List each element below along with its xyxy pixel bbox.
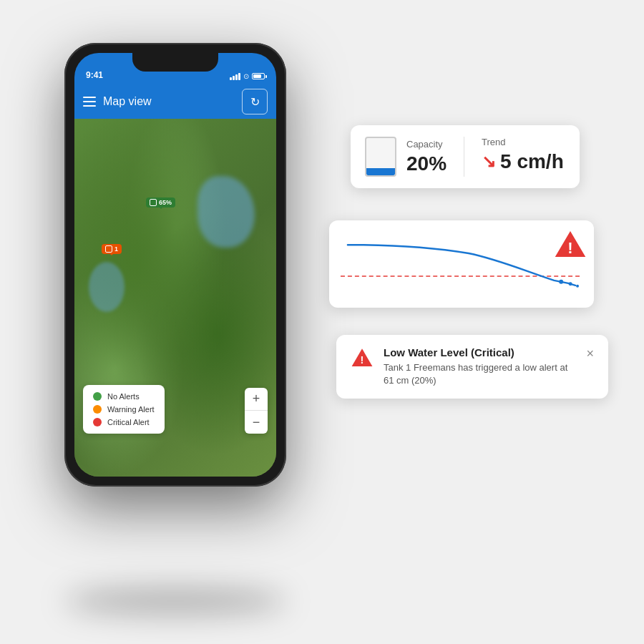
legend-dot-warning — [93, 405, 102, 414]
trend-label: Trend — [482, 137, 565, 147]
trend-line — [348, 245, 575, 286]
alert-icon-wrap: ! — [351, 346, 374, 372]
trend-value: ↘ 5 cm/h — [482, 150, 565, 173]
alert-body: Tank 1 Freemans has triggered a low aler… — [384, 361, 576, 387]
phone-frame: 9:41 ⊙ — [64, 43, 286, 487]
zoom-controls: + − — [245, 388, 268, 434]
signal-bars-icon — [230, 73, 240, 80]
map-marker-1[interactable]: 1 — [102, 244, 122, 254]
divider — [464, 137, 464, 177]
signal-bar-3 — [235, 74, 238, 80]
capacity-section: Capacity 20% — [365, 137, 447, 177]
legend-label-warning: Warning Alert — [107, 405, 155, 414]
capacity-info: Capacity 20% — [406, 139, 447, 175]
refresh-button[interactable]: ↻ — [242, 89, 268, 114]
svg-text:!: ! — [361, 354, 364, 366]
alert-card: ! Low Water Level (Critical) Tank 1 Free… — [336, 335, 608, 399]
phone-shadow — [64, 587, 286, 615]
legend-item-no-alerts: No Alerts — [93, 392, 155, 401]
water-body-2 — [89, 262, 125, 312]
capacity-value: 20% — [406, 152, 447, 175]
trend-section: Trend ↘ 5 cm/h — [482, 137, 565, 177]
status-time: 9:41 — [86, 70, 103, 80]
svg-text:!: ! — [567, 239, 572, 257]
map-area[interactable]: 65% 1 No Alerts Warning Alert — [74, 119, 276, 477]
signal-bar-4 — [238, 73, 240, 80]
signal-bar-2 — [233, 76, 235, 80]
zoom-out-button[interactable]: − — [245, 411, 268, 434]
marker-icon — [150, 199, 157, 206]
battery-fill — [253, 74, 261, 78]
app-title: Map view — [103, 95, 152, 108]
app-bar: Map view ↻ — [74, 84, 276, 119]
alert-content: Low Water Level (Critical) Tank 1 Freema… — [384, 346, 576, 387]
alert-title: Low Water Level (Critical) — [384, 346, 576, 358]
app-bar-left: Map view — [83, 95, 152, 108]
legend-item-critical: Critical Alert — [93, 418, 155, 426]
battery-icon — [252, 73, 265, 79]
tank-fill — [366, 168, 395, 175]
legend-label-critical: Critical Alert — [107, 418, 150, 426]
trend-number: 5 cm/h — [500, 150, 564, 173]
trend-dot-2 — [569, 282, 572, 286]
alert-close-button[interactable]: × — [586, 346, 594, 361]
chart-alert-triangle-icon: ! — [552, 226, 588, 262]
marker-icon-2 — [105, 245, 112, 253]
phone-inner: 9:41 ⊙ — [74, 53, 276, 477]
hamburger-icon[interactable] — [83, 97, 96, 107]
signal-bar-1 — [230, 77, 232, 80]
legend-dot-critical — [93, 418, 102, 426]
chart-card: ! — [329, 220, 594, 308]
legend: No Alerts Warning Alert Critical Alert — [83, 385, 165, 434]
refresh-icon: ↻ — [250, 95, 260, 109]
capacity-label: Capacity — [406, 139, 447, 150]
notch — [132, 53, 218, 72]
scene: 9:41 ⊙ — [0, 0, 644, 644]
capacity-card: Capacity 20% Trend ↘ 5 cm/h — [351, 125, 580, 188]
chart-alert-indicator: ! — [552, 226, 588, 265]
zoom-in-button[interactable]: + — [245, 388, 268, 411]
tank-visual — [365, 137, 396, 177]
map-marker-65[interactable]: 65% — [146, 197, 175, 208]
wifi-icon: ⊙ — [243, 72, 249, 80]
legend-label-no-alerts: No Alerts — [107, 392, 140, 401]
legend-item-warning: Warning Alert — [93, 405, 155, 414]
chart-area: ! — [341, 232, 582, 296]
legend-dot-no-alerts — [93, 392, 102, 401]
trend-arrow-icon: ↘ — [482, 152, 496, 172]
trend-dot-3 — [576, 285, 579, 288]
status-icons: ⊙ — [230, 72, 265, 80]
alert-triangle-icon: ! — [351, 346, 374, 369]
trend-dot-1 — [559, 280, 563, 284]
chart-svg — [341, 232, 582, 296]
